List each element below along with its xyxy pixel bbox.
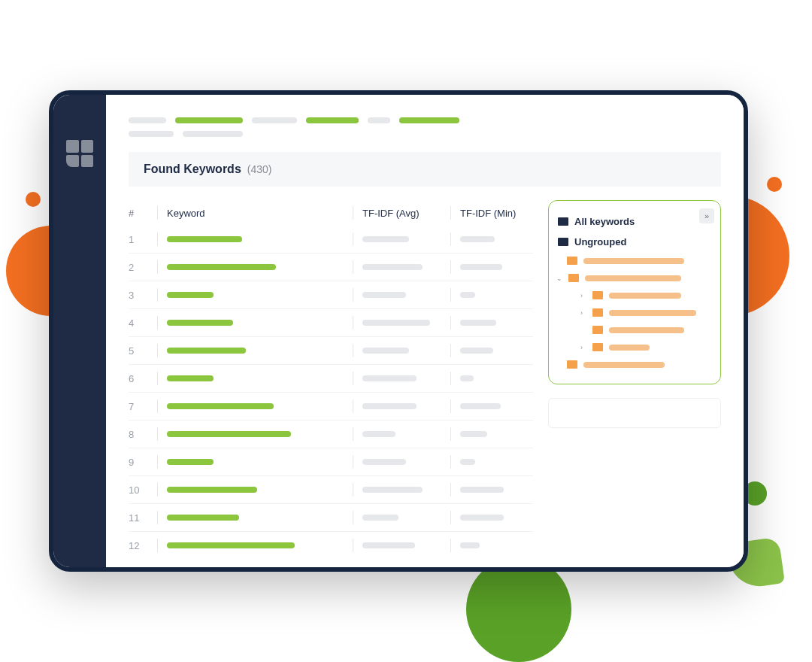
folder-icon [558, 217, 568, 226]
row-index: 9 [129, 457, 157, 468]
row-index: 2 [129, 262, 157, 273]
table-row[interactable]: 10 [129, 476, 533, 504]
breadcrumb-sub [129, 131, 721, 137]
table-row[interactable]: 7 [129, 393, 533, 421]
table-row[interactable]: 9 [129, 448, 533, 476]
crumb-placeholder [399, 117, 459, 123]
folder-icon [592, 326, 603, 334]
folder-label-placeholder [585, 275, 681, 281]
row-index: 12 [129, 540, 157, 551]
folder-item[interactable] [558, 321, 711, 339]
folder-icon [567, 360, 577, 369]
keyword-bar [167, 320, 233, 326]
min-bar [460, 320, 496, 326]
table-row[interactable]: 6 [129, 365, 533, 393]
deco-circle [26, 192, 41, 207]
section-title: Found Keywords [144, 162, 241, 176]
avg-bar [362, 459, 406, 465]
folder-item[interactable]: › [558, 287, 711, 304]
chevron-right-icon: › [580, 309, 586, 317]
collapse-button[interactable]: » [699, 208, 714, 223]
sidebar [53, 95, 106, 567]
folder-label-placeholder [609, 345, 650, 351]
min-bar [460, 431, 487, 437]
avg-bar [362, 403, 417, 409]
table-header-row: # Keyword TF-IDF (Avg) TF-IDF (Min) [129, 200, 533, 226]
col-min: TF-IDF (Min) [460, 208, 516, 219]
min-bar [460, 375, 474, 381]
min-bar [460, 348, 493, 354]
keyword-bar [167, 487, 257, 493]
folder-icon [558, 238, 568, 246]
min-bar [460, 542, 480, 548]
table-row[interactable]: 2 [129, 254, 533, 281]
folder-item[interactable]: › [558, 339, 711, 356]
keyword-bar [167, 375, 214, 381]
breadcrumb [129, 117, 721, 123]
section-count: (430) [247, 163, 272, 175]
crumb-placeholder [306, 117, 359, 123]
keyword-bar [167, 264, 276, 270]
keywords-table: # Keyword TF-IDF (Avg) TF-IDF (Min) 1234… [129, 200, 533, 559]
keyword-bar [167, 515, 239, 521]
min-bar [460, 515, 504, 521]
keyword-bar [167, 459, 214, 465]
min-bar [460, 403, 501, 409]
crumb-placeholder [183, 131, 243, 137]
section-header: Found Keywords (430) [129, 152, 721, 187]
avg-bar [362, 431, 395, 437]
chevron-right-icon: › [580, 344, 586, 351]
app-logo-icon [66, 140, 93, 167]
min-bar [460, 487, 504, 493]
keyword-bar [167, 292, 214, 298]
row-index: 5 [129, 345, 157, 357]
folder-icon [592, 343, 603, 351]
row-index: 1 [129, 234, 157, 245]
folder-item[interactable]: ⌄ [558, 269, 711, 287]
crumb-placeholder [175, 117, 243, 123]
folder-label-placeholder [583, 258, 684, 264]
row-index: 11 [129, 512, 157, 524]
chevron-down-icon: ⌄ [556, 275, 562, 282]
min-bar [460, 292, 475, 298]
keyword-bar [167, 236, 242, 242]
table-row[interactable]: 5 [129, 337, 533, 365]
keyword-bar [167, 542, 295, 548]
min-bar [460, 459, 475, 465]
folder-item[interactable] [558, 252, 711, 269]
folder-label-placeholder [609, 310, 696, 316]
row-index: 3 [129, 290, 157, 301]
crumb-placeholder [129, 117, 166, 123]
table-row[interactable]: 4 [129, 309, 533, 337]
row-index: 6 [129, 373, 157, 384]
folder-label: Ungrouped [574, 236, 626, 247]
chevron-right-icon: › [580, 292, 586, 299]
folder-icon [592, 308, 603, 317]
keyword-bar [167, 431, 291, 437]
table-row[interactable]: 8 [129, 421, 533, 448]
deco-circle [767, 177, 782, 192]
folder-label: All keywords [574, 216, 635, 227]
table-row[interactable]: 11 [129, 504, 533, 532]
avg-bar [362, 375, 417, 381]
main-content: Found Keywords (430) # Keyword TF-IDF (A… [106, 95, 744, 567]
col-keyword: Keyword [167, 208, 205, 219]
keyword-bar [167, 403, 274, 409]
table-row[interactable]: 12 [129, 532, 533, 559]
folder-item[interactable]: › [558, 304, 711, 321]
folder-panel: » All keywords Ungrouped ⌄››› [548, 200, 721, 384]
folder-label-placeholder [609, 293, 681, 299]
crumb-placeholder [252, 117, 297, 123]
table-row[interactable]: 3 [129, 281, 533, 309]
folder-all-keywords[interactable]: All keywords [558, 211, 711, 232]
keyword-bar [167, 348, 246, 354]
avg-bar [362, 236, 409, 242]
col-index: # [129, 208, 157, 219]
folder-item[interactable] [558, 356, 711, 373]
folder-icon [592, 291, 603, 299]
row-index: 8 [129, 429, 157, 440]
table-row[interactable]: 1 [129, 226, 533, 254]
avg-bar [362, 264, 423, 270]
col-avg: TF-IDF (Avg) [362, 208, 420, 219]
folder-ungrouped[interactable]: Ungrouped [558, 232, 711, 252]
